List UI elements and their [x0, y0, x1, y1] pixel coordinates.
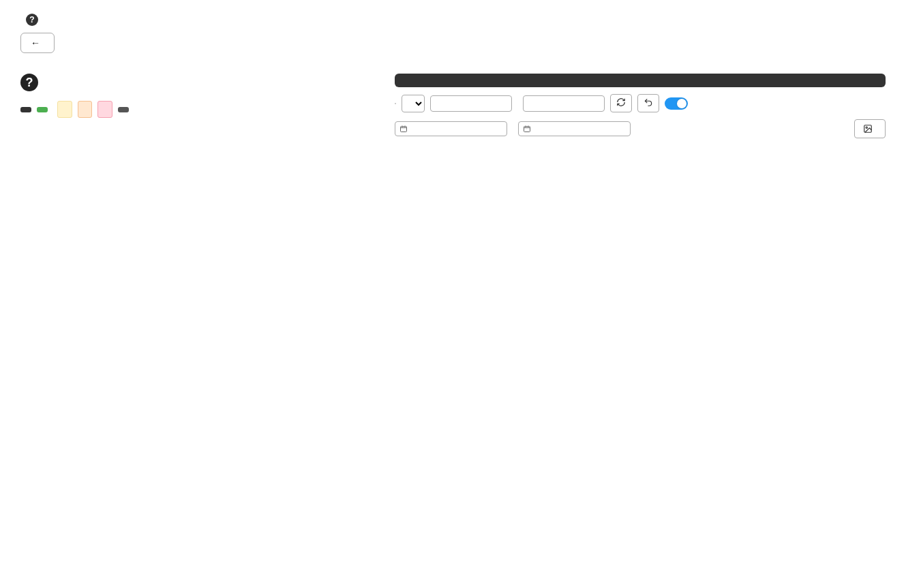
refresh-button[interactable] — [610, 94, 632, 112]
date-from-input[interactable] — [395, 121, 507, 136]
host-status-icon: ? — [20, 74, 38, 91]
host-info: ? — [20, 74, 133, 118]
refresh-icon — [616, 97, 626, 107]
critical-badge[interactable] — [97, 101, 112, 118]
png-export-button[interactable] — [854, 119, 886, 138]
calendar-icon — [523, 125, 531, 133]
help-icon[interactable]: ? — [26, 14, 38, 26]
undo-button[interactable] — [637, 94, 659, 112]
arrow-left-icon: ← — [31, 37, 40, 48]
lower-input[interactable] — [430, 95, 512, 112]
date-to-input[interactable] — [518, 121, 631, 136]
page-title: ? — [20, 14, 886, 26]
svg-rect-1 — [524, 127, 530, 132]
svg-point-3 — [866, 127, 867, 128]
threshold-toggle[interactable] — [665, 97, 688, 110]
image-icon — [863, 124, 873, 134]
summary-badge — [20, 107, 31, 112]
undo-icon — [644, 97, 653, 107]
ok-badge[interactable] — [37, 107, 48, 112]
pending-badge[interactable] — [118, 107, 129, 112]
upper-input[interactable] — [523, 95, 605, 112]
time-range-buttons — [395, 103, 396, 104]
warning-badge[interactable] — [57, 101, 72, 118]
controls-panel — [395, 74, 886, 138]
svg-rect-0 — [401, 127, 407, 132]
calendar-icon — [399, 125, 408, 133]
back-button[interactable]: ← — [20, 33, 55, 53]
unknown-badge[interactable] — [78, 101, 93, 118]
calc-select[interactable] — [402, 95, 425, 112]
